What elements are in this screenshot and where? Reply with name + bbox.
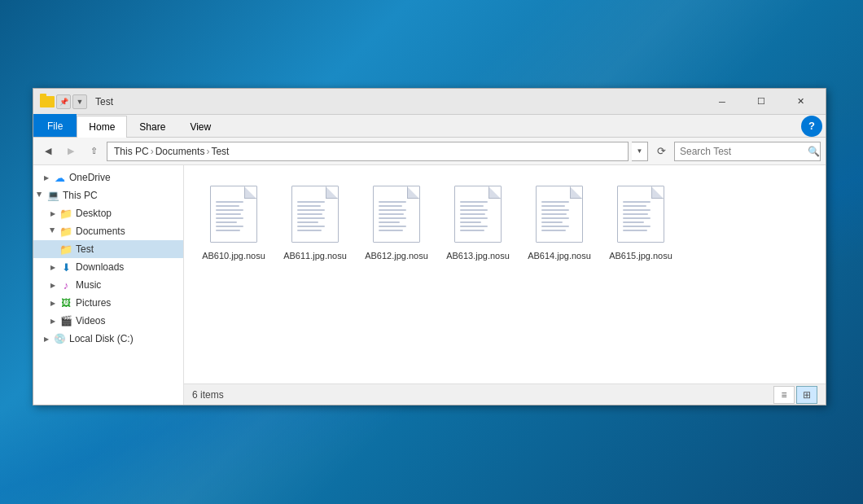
sidebar-label-desktop: Desktop bbox=[76, 208, 112, 219]
sidebar-label-test: Test bbox=[76, 243, 94, 255]
tab-view[interactable]: View bbox=[177, 116, 223, 137]
sidebar-label-pictures: Pictures bbox=[76, 297, 111, 309]
expand-arrow-desktop: ▶ bbox=[46, 204, 59, 222]
file-item[interactable]: AB611.jpg.nosu bbox=[278, 178, 352, 265]
file-name: AB611.jpg.nosu bbox=[283, 250, 347, 261]
up-button[interactable]: ⇧ bbox=[84, 142, 103, 161]
sidebar-item-desktop[interactable]: ▶ 📁 Desktop bbox=[33, 204, 183, 222]
address-dropdown[interactable]: ▼ bbox=[632, 142, 648, 161]
list-view-button[interactable]: ≡ bbox=[773, 386, 795, 404]
sidebar-label-documents: Documents bbox=[76, 226, 125, 237]
title-bar: 📌 ▼ Test ─ ☐ ✕ bbox=[33, 89, 826, 115]
sidebar-label-music: Music bbox=[76, 279, 101, 291]
content-area: AB610.jpg.nosu AB611.jpg.nosu bbox=[184, 165, 826, 405]
search-input[interactable] bbox=[675, 146, 807, 157]
downloads-icon: ⬇ bbox=[59, 261, 72, 274]
sidebar-label-local-disk: Local Disk (C:) bbox=[69, 333, 134, 344]
path-sep-1: › bbox=[151, 146, 154, 157]
sidebar-scroll[interactable]: ▶ ☁ OneDrive ▶ 💻 This PC ▶ 📁 Desktop bbox=[33, 165, 183, 405]
list-view-icon: ≡ bbox=[781, 389, 786, 401]
customize-icon[interactable]: ▼ bbox=[72, 94, 87, 109]
expand-arrow-downloads: ▶ bbox=[46, 258, 59, 276]
file-name: AB615.jpg.nosu bbox=[609, 250, 672, 261]
file-icon-container bbox=[612, 182, 669, 247]
sidebar-label-this-pc: This PC bbox=[63, 190, 98, 201]
document-icon bbox=[617, 186, 664, 243]
file-name: AB610.jpg.nosu bbox=[202, 250, 265, 261]
main-area: ▶ ☁ OneDrive ▶ 💻 This PC ▶ 📁 Desktop bbox=[33, 165, 826, 405]
path-sep-2: › bbox=[206, 146, 209, 157]
file-icon-container bbox=[287, 182, 344, 247]
back-button[interactable]: ◀ bbox=[38, 142, 58, 161]
expand-arrow-videos: ▶ bbox=[46, 312, 59, 330]
minimize-button[interactable]: ─ bbox=[703, 89, 741, 115]
sidebar-item-videos[interactable]: ▶ 🎬 Videos bbox=[33, 312, 183, 330]
expand-arrow-music: ▶ bbox=[46, 276, 59, 294]
file-item[interactable]: AB612.jpg.nosu bbox=[360, 178, 433, 265]
document-icon bbox=[210, 186, 257, 243]
close-button[interactable]: ✕ bbox=[782, 89, 819, 115]
search-button[interactable]: 🔍 bbox=[807, 142, 820, 160]
file-item[interactable]: AB613.jpg.nosu bbox=[441, 178, 515, 265]
status-bar: 6 items ≡ ⊞ bbox=[184, 383, 826, 405]
file-item[interactable]: AB615.jpg.nosu bbox=[604, 178, 677, 265]
explorer-window: 📌 ▼ Test ─ ☐ ✕ File Home Share View ? ◀ … bbox=[33, 88, 826, 405]
folder-desktop-icon: 📁 bbox=[59, 207, 72, 220]
sidebar-item-test[interactable]: 📁 Test bbox=[33, 240, 183, 258]
path-documents: Documents bbox=[156, 146, 205, 157]
sidebar-label-onedrive: OneDrive bbox=[69, 172, 111, 183]
file-grid: AB610.jpg.nosu AB611.jpg.nosu bbox=[184, 165, 826, 383]
window-title: Test bbox=[92, 96, 703, 107]
forward-button[interactable]: ▶ bbox=[61, 142, 81, 161]
address-path[interactable]: This PC › Documents › Test bbox=[107, 142, 629, 161]
ribbon-tabs: File Home Share View ? bbox=[33, 115, 826, 138]
document-icon bbox=[373, 186, 420, 243]
item-count: 6 items bbox=[192, 389, 773, 401]
path-this-pc: This PC bbox=[114, 146, 149, 157]
document-icon bbox=[454, 186, 502, 243]
file-name: AB614.jpg.nosu bbox=[528, 250, 591, 261]
expand-arrow-pictures: ▶ bbox=[46, 294, 59, 312]
file-icon-container bbox=[449, 182, 506, 247]
address-bar: ◀ ▶ ⇧ This PC › Documents › Test ▼ ⟳ 🔍 bbox=[33, 138, 826, 165]
refresh-button[interactable]: ⟳ bbox=[651, 142, 671, 161]
sidebar-item-documents[interactable]: ▶ 📁 Documents bbox=[33, 222, 183, 240]
expand-arrow-documents: ▶ bbox=[44, 224, 62, 237]
sidebar-item-music[interactable]: ▶ ♪ Music bbox=[33, 276, 183, 294]
document-icon bbox=[291, 186, 339, 243]
expand-arrow-local-disk: ▶ bbox=[40, 330, 53, 348]
file-icon-container bbox=[368, 182, 425, 247]
file-name: AB613.jpg.nosu bbox=[446, 250, 510, 261]
title-bar-icons: 📌 ▼ bbox=[40, 94, 87, 109]
cloud-icon: ☁ bbox=[53, 171, 66, 184]
tab-file[interactable]: File bbox=[33, 114, 77, 137]
file-icon-container bbox=[531, 182, 588, 247]
folder-test-icon: 📁 bbox=[59, 243, 72, 256]
view-toggle: ≡ ⊞ bbox=[773, 386, 817, 404]
pin-icon[interactable]: 📌 bbox=[56, 94, 71, 109]
sidebar-item-downloads[interactable]: ▶ ⬇ Downloads bbox=[33, 258, 183, 276]
path-test: Test bbox=[211, 146, 229, 157]
sidebar-item-onedrive[interactable]: ▶ ☁ OneDrive bbox=[33, 169, 183, 186]
window-folder-icon bbox=[40, 96, 55, 107]
file-item[interactable]: AB614.jpg.nosu bbox=[523, 178, 596, 265]
file-item[interactable]: AB610.jpg.nosu bbox=[197, 178, 270, 265]
sidebar-item-this-pc[interactable]: ▶ 💻 This PC bbox=[33, 186, 183, 204]
expand-arrow-onedrive: ▶ bbox=[40, 169, 53, 186]
maximize-button[interactable]: ☐ bbox=[743, 89, 780, 115]
videos-icon: 🎬 bbox=[59, 314, 72, 327]
help-button[interactable]: ? bbox=[801, 116, 822, 137]
large-view-icon: ⊞ bbox=[803, 389, 811, 401]
large-view-button[interactable]: ⊞ bbox=[796, 386, 817, 404]
document-icon bbox=[536, 186, 583, 243]
tab-share[interactable]: Share bbox=[127, 116, 177, 137]
file-name: AB612.jpg.nosu bbox=[365, 250, 428, 261]
expand-arrow-this-pc: ▶ bbox=[33, 188, 49, 201]
sidebar-item-pictures[interactable]: ▶ 🖼 Pictures bbox=[33, 294, 183, 312]
hdd-icon: 💿 bbox=[53, 332, 66, 345]
pictures-icon: 🖼 bbox=[59, 296, 72, 309]
music-icon: ♪ bbox=[59, 278, 72, 291]
tab-home[interactable]: Home bbox=[77, 116, 127, 138]
sidebar-item-local-disk[interactable]: ▶ 💿 Local Disk (C:) bbox=[33, 330, 183, 348]
sidebar-label-videos: Videos bbox=[76, 315, 105, 327]
